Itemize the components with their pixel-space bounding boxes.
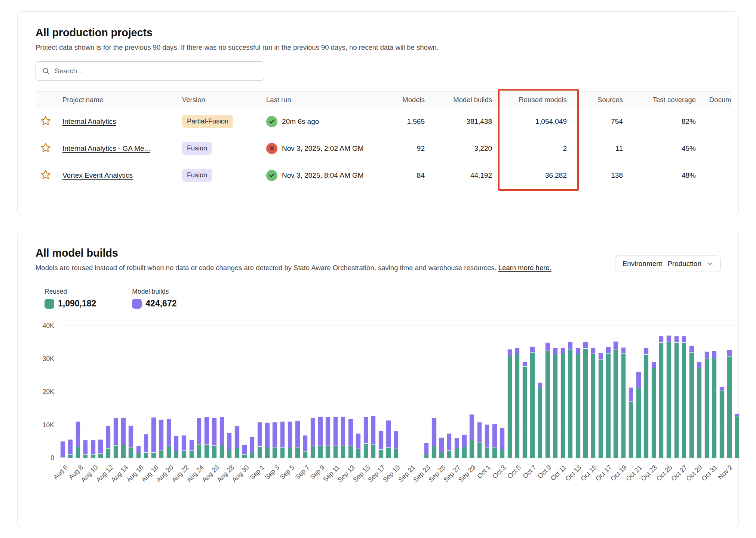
search-icon bbox=[42, 67, 50, 75]
column-header-reused-models[interactable]: Reused models bbox=[501, 92, 576, 108]
reused-segment bbox=[265, 447, 270, 458]
last-run-text: 20m 6s ago bbox=[282, 117, 319, 126]
stacked-bar bbox=[682, 326, 687, 458]
documentation-cell bbox=[705, 135, 731, 162]
search-input[interactable] bbox=[55, 67, 258, 75]
stacked-bar bbox=[325, 326, 331, 458]
project-name-link[interactable]: Vortex Event Analytics bbox=[62, 171, 133, 179]
project-name-link[interactable]: Internal Analytics bbox=[62, 117, 116, 125]
stacked-bar bbox=[303, 326, 308, 458]
stacked-bar bbox=[704, 326, 710, 458]
environment-select[interactable]: Environment Production bbox=[615, 256, 720, 272]
stacked-bar bbox=[507, 326, 513, 458]
model-builds-segment bbox=[106, 426, 111, 448]
star-icon[interactable] bbox=[40, 169, 51, 181]
stacked-bar bbox=[727, 326, 732, 458]
model-builds-segment bbox=[242, 444, 247, 454]
x-axis-tick-label: Aug 26 bbox=[200, 464, 221, 484]
model-builds-segment bbox=[159, 419, 164, 450]
stacked-bar bbox=[98, 326, 103, 458]
y-axis-tick-label: 20K bbox=[34, 388, 54, 396]
model-builds-segment bbox=[60, 441, 65, 457]
reused-segment bbox=[371, 444, 376, 458]
stacked-bar bbox=[689, 326, 694, 458]
reused-segment bbox=[553, 355, 558, 458]
reused-segment bbox=[272, 447, 277, 458]
model-builds-segment bbox=[666, 335, 672, 342]
stacked-bar bbox=[166, 326, 172, 458]
star-icon[interactable] bbox=[40, 115, 51, 128]
column-header-test-coverage[interactable]: Test coverage bbox=[632, 92, 705, 108]
model-builds-segment bbox=[545, 342, 550, 351]
sources-count: 11 bbox=[576, 135, 632, 162]
x-axis-tick-label: Oct 11 bbox=[549, 464, 568, 482]
model-builds-segment bbox=[538, 382, 543, 388]
model-builds-segment bbox=[356, 433, 361, 449]
model-builds-segment bbox=[674, 336, 679, 343]
model-builds-segment bbox=[98, 439, 103, 453]
sources-count: 138 bbox=[576, 162, 632, 189]
y-axis-tick-label: 0 bbox=[34, 454, 54, 462]
environment-label: Environment bbox=[622, 260, 662, 268]
column-header-model-builds[interactable]: Model builds bbox=[434, 92, 501, 108]
column-header-version[interactable]: Version bbox=[178, 92, 262, 108]
model-builds-segment bbox=[219, 417, 225, 445]
model-builds-segment bbox=[651, 362, 657, 368]
stacked-bar bbox=[295, 326, 300, 458]
column-header-docum[interactable]: Docum bbox=[705, 92, 731, 108]
column-header-last-run[interactable]: Last run bbox=[262, 92, 385, 108]
model-builds-segment bbox=[310, 418, 316, 445]
stacked-bar bbox=[697, 326, 702, 458]
model-builds-segment bbox=[492, 424, 497, 447]
model-builds-segment bbox=[394, 431, 399, 449]
model-builds-segment bbox=[462, 434, 467, 447]
x-axis-tick-label: Sep 15 bbox=[351, 464, 372, 484]
stacked-bar bbox=[197, 326, 202, 458]
reused-segment bbox=[659, 342, 664, 458]
project-search[interactable] bbox=[36, 61, 264, 81]
model-builds-segment bbox=[174, 435, 179, 451]
reused-models-count: 36,282 bbox=[501, 162, 576, 189]
column-header-models[interactable]: Models bbox=[385, 92, 434, 108]
model-builds-segment bbox=[454, 438, 460, 448]
model-builds-segment bbox=[121, 418, 126, 445]
reused-segment bbox=[333, 446, 338, 459]
stacked-bar bbox=[447, 326, 452, 458]
star-icon[interactable] bbox=[40, 142, 51, 155]
stacked-bar bbox=[265, 326, 270, 458]
x-axis-tick-label: Oct 21 bbox=[624, 464, 643, 483]
column-header-sources[interactable]: Sources bbox=[576, 92, 632, 108]
model-builds-segment bbox=[76, 421, 81, 447]
model-builds-segment bbox=[515, 348, 520, 354]
learn-more-link[interactable]: Learn more here. bbox=[498, 264, 551, 272]
chevron-down-icon bbox=[707, 260, 713, 267]
reused-segment bbox=[575, 354, 581, 458]
stacked-bar bbox=[485, 326, 490, 458]
x-axis-tick-label: Oct 7 bbox=[521, 464, 538, 480]
reused-segment bbox=[674, 342, 679, 458]
stacked-bar bbox=[121, 326, 126, 458]
reused-segment bbox=[394, 449, 399, 458]
reused-segment bbox=[613, 349, 618, 458]
environment-value: Production bbox=[667, 260, 701, 268]
x-axis-tick-label: Oct 25 bbox=[655, 464, 674, 483]
x-axis-tick-label: Sep 5 bbox=[279, 464, 296, 481]
model-builds-segment bbox=[68, 439, 73, 454]
stacked-bar bbox=[568, 326, 573, 458]
reused-segment bbox=[545, 351, 550, 458]
stacked-bar bbox=[128, 326, 133, 458]
model-builds-segment bbox=[386, 420, 391, 447]
model-builds-segment bbox=[272, 422, 277, 447]
stacked-bar bbox=[151, 326, 156, 458]
project-name-link[interactable]: Internal Analytics - GA Me... bbox=[62, 144, 150, 152]
stacked-bar bbox=[629, 326, 634, 458]
reused-segment bbox=[583, 348, 588, 458]
model-builds-segment bbox=[189, 440, 194, 450]
stacked-bar bbox=[401, 326, 406, 458]
reused-segment bbox=[462, 447, 467, 458]
column-header-project-name[interactable]: Project name bbox=[58, 92, 178, 108]
reused-segment bbox=[227, 450, 232, 458]
reused-segment bbox=[106, 448, 111, 458]
legend-value: 1,090,182 bbox=[58, 299, 96, 309]
x-axis-tick-label: Aug 20 bbox=[155, 464, 175, 484]
